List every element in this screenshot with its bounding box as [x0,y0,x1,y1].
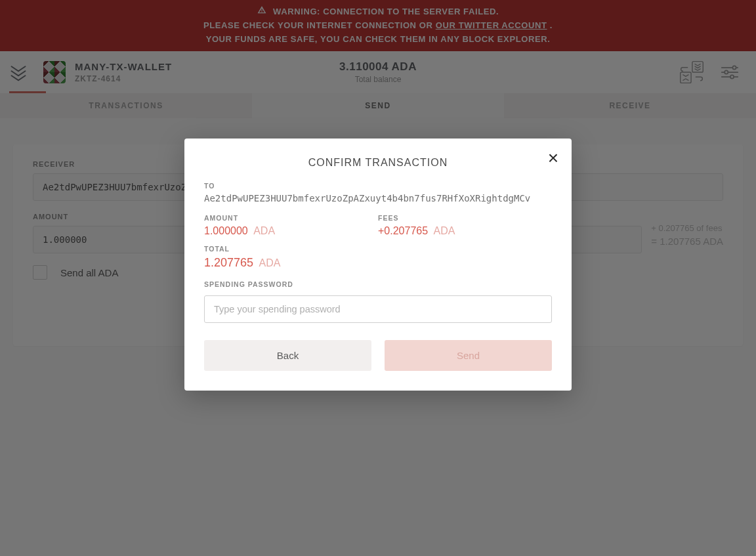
confirm-transaction-modal: CONFIRM TRANSACTION × TO Ae2tdPwUPEZ3HUU… [184,139,572,391]
modal-total-value: 1.207765 ADA [204,256,552,270]
close-icon[interactable]: × [548,152,558,165]
modal-amount-value: 1.000000 ADA [204,225,378,237]
modal-to-label: TO [204,182,552,190]
modal-fees-label: FEES [378,214,552,222]
modal-fees-value: +0.207765 ADA [378,225,552,237]
spending-password-label: SPENDING PASSWORD [204,280,552,288]
modal-total-label: TOTAL [204,245,552,253]
modal-amount-label: AMOUNT [204,214,378,222]
send-button[interactable]: Send [385,340,552,371]
spending-password-input[interactable] [204,295,552,323]
back-button[interactable]: Back [204,340,371,371]
modal-to-value: Ae2tdPwUPEZ3HUU7bmfexrUzoZpAZxuyt4b4bn7f… [204,193,552,203]
modal-title: CONFIRM TRANSACTION [204,157,552,169]
